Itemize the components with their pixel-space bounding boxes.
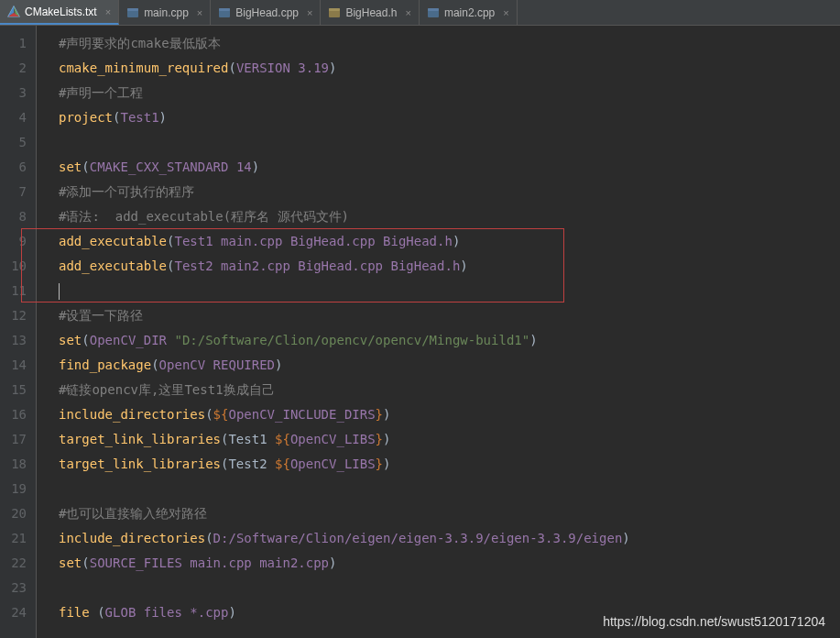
cmake-file-icon — [7, 6, 20, 18]
close-icon[interactable]: × — [307, 7, 312, 18]
tab-label: main.cpp — [144, 6, 189, 19]
token-ident: Test1 — [120, 110, 158, 125]
token-ident: CMAKE_CXX_STANDARD 14 — [90, 160, 252, 174]
line-number: 2 — [0, 56, 27, 81]
code-line[interactable]: #语法: add_executable(程序名 源代码文件) — [59, 204, 840, 229]
line-number: 12 — [0, 303, 27, 328]
code-line[interactable]: set(SOURCE_FILES main.cpp main2.cpp) — [59, 551, 840, 576]
line-number: 8 — [0, 204, 27, 229]
token-ident: GLOB files *.cpp — [105, 605, 229, 620]
tab-label: BigHead.cpp — [235, 6, 299, 19]
editor-area: 123456789101112131415161718192021222324 … — [0, 26, 840, 638]
code-line[interactable]: set(OpenCV_DIR "D:/Software/Clion/opencv… — [59, 328, 840, 353]
token-ident: SOURCE_FILES main.cpp main2.cpp — [90, 556, 329, 570]
code-line[interactable]: cmake_minimum_required(VERSION 3.19) — [59, 56, 840, 81]
code-line[interactable]: find_package(OpenCV REQUIRED) — [59, 353, 840, 378]
tab-label: main2.cpp — [444, 6, 495, 19]
token-comment: #链接opencv库,这里Test1换成自己 — [59, 382, 275, 397]
code-line[interactable]: target_link_libraries(Test2 ${OpenCV_LIB… — [59, 452, 840, 477]
line-number: 20 — [0, 501, 27, 526]
code-line[interactable]: #也可以直接输入绝对路径 — [59, 501, 840, 526]
svg-rect-7 — [219, 8, 230, 11]
token-paren: ) — [383, 407, 390, 422]
cpp-file-icon — [218, 6, 231, 19]
svg-rect-11 — [428, 8, 439, 11]
code-line[interactable] — [59, 477, 840, 501]
code-line[interactable]: set(CMAKE_CXX_STANDARD 14) — [59, 155, 840, 180]
line-number: 6 — [0, 155, 27, 180]
token-func: project — [59, 110, 113, 125]
code-line[interactable] — [59, 576, 840, 600]
token-comment: #设置一下路径 — [59, 308, 143, 323]
code-line[interactable]: include_directories(${OpenCV_INCLUDE_DIR… — [59, 402, 840, 427]
code-line[interactable]: target_link_libraries(Test1 ${OpenCV_LIB… — [59, 427, 840, 452]
token-var: } — [376, 407, 383, 422]
token-paren: (Test2 — [221, 456, 275, 471]
line-number: 3 — [0, 81, 27, 105]
line-number: 11 — [0, 279, 27, 303]
line-number: 19 — [0, 477, 27, 501]
code-line[interactable]: #声明要求的cmake最低版本 — [59, 31, 840, 56]
token-ident: OpenCV_DIR — [90, 333, 175, 347]
token-comment: #声明一个工程 — [59, 85, 143, 100]
editor-tab[interactable]: BigHead.h× — [321, 0, 419, 25]
token-var: } — [376, 432, 383, 446]
token-comment: #语法: add_executable(程序名 源代码文件) — [59, 209, 349, 224]
close-icon[interactable]: × — [405, 7, 410, 18]
code-line[interactable]: #添加一个可执行的程序 — [59, 180, 840, 204]
token-paren: ) — [252, 160, 259, 174]
cpp-file-icon — [126, 6, 139, 19]
token-ident: Test1 main.cpp BigHead.cpp BigHead.h — [174, 234, 452, 248]
line-number: 17 — [0, 427, 27, 452]
tab-label: BigHead.h — [345, 6, 397, 19]
code-line[interactable]: project(Test1) — [59, 105, 840, 130]
token-ident: OpenCV REQUIRED — [159, 358, 275, 372]
code-line[interactable]: #声明一个工程 — [59, 81, 840, 105]
editor-tab[interactable]: BigHead.cpp× — [211, 0, 321, 25]
editor-tab[interactable]: main2.cpp× — [420, 0, 518, 25]
line-number: 13 — [0, 328, 27, 353]
token-ident: OpenCV_LIBS — [290, 456, 376, 471]
token-comment: #添加一个可执行的程序 — [59, 184, 194, 199]
close-icon[interactable]: × — [197, 7, 202, 18]
token-paren: ) — [460, 258, 467, 273]
token-paren: ) — [383, 432, 390, 446]
code-line[interactable]: #链接opencv库,这里Test1换成自己 — [59, 378, 840, 402]
tab-label: CMakeLists.txt — [25, 6, 97, 18]
token-func: add_executable — [59, 258, 167, 273]
token-func: target_link_libraries — [59, 432, 221, 446]
line-number: 10 — [0, 254, 27, 279]
token-func: set — [59, 556, 82, 570]
code-line[interactable]: #设置一下路径 — [59, 303, 840, 328]
close-icon[interactable]: × — [105, 6, 111, 17]
token-paren: ) — [529, 333, 537, 347]
token-func: include_directories — [59, 531, 205, 545]
line-number: 22 — [0, 551, 27, 576]
token-paren: ( — [82, 556, 89, 570]
line-number: 21 — [0, 526, 27, 551]
token-func: add_executable — [59, 234, 167, 248]
code-line[interactable]: add_executable(Test2 main2.cpp BigHead.c… — [59, 254, 840, 279]
code-line[interactable]: include_directories(D:/Software/Clion/ei… — [59, 526, 840, 551]
editor-tab[interactable]: CMakeLists.txt× — [0, 0, 119, 25]
token-paren: ( — [228, 60, 235, 75]
token-var: ${ — [213, 407, 229, 422]
code-editor[interactable]: #声明要求的cmake最低版本cmake_minimum_required(VE… — [37, 26, 840, 638]
token-func: set — [59, 333, 82, 347]
text-cursor — [59, 283, 60, 300]
line-number: 7 — [0, 180, 27, 204]
token-func: file — [59, 605, 97, 620]
token-paren: ( — [82, 333, 89, 347]
token-paren: ) — [159, 110, 167, 125]
token-paren: ( — [205, 531, 213, 545]
code-line[interactable] — [59, 130, 840, 155]
code-line[interactable] — [59, 279, 840, 303]
svg-rect-9 — [329, 8, 340, 11]
token-ident: OpenCV_INCLUDE_DIRS — [228, 407, 375, 422]
watermark-text: https://blog.csdn.net/swust5120171204 — [603, 614, 825, 629]
code-line[interactable]: add_executable(Test1 main.cpp BigHead.cp… — [59, 229, 840, 254]
editor-tab[interactable]: main.cpp× — [119, 0, 211, 25]
token-paren: ( — [97, 605, 104, 620]
close-icon[interactable]: × — [503, 7, 508, 18]
token-paren: ) — [383, 456, 390, 471]
